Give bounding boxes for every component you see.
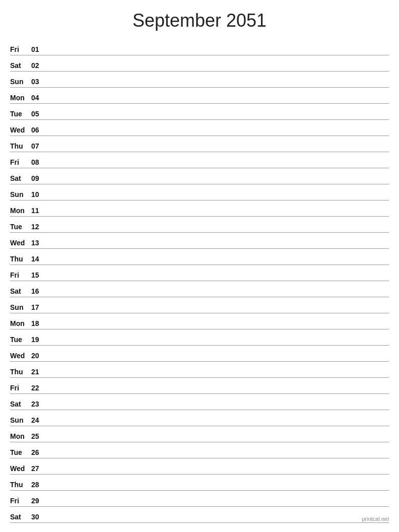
day-number: 27 xyxy=(31,464,46,473)
day-number: 03 xyxy=(31,78,46,86)
day-line xyxy=(46,166,389,166)
day-line xyxy=(46,327,389,327)
calendar-row: Wed13 xyxy=(10,233,389,249)
day-number: 12 xyxy=(31,223,46,231)
calendar-row: Sun03 xyxy=(10,72,389,88)
day-line xyxy=(46,150,389,150)
day-line xyxy=(46,262,389,263)
day-name: Sat xyxy=(10,174,31,182)
day-line xyxy=(46,440,389,440)
calendar-row: Mon04 xyxy=(10,88,389,104)
day-line xyxy=(46,101,389,102)
day-line xyxy=(46,295,389,295)
day-name: Wed xyxy=(10,464,31,473)
day-line xyxy=(46,375,389,376)
day-name: Fri xyxy=(10,384,31,392)
day-number: 29 xyxy=(31,497,46,505)
day-number: 02 xyxy=(31,61,46,70)
footer-text: printcal.net xyxy=(362,516,389,522)
day-name: Tue xyxy=(10,448,31,456)
day-name: Sun xyxy=(10,78,31,86)
day-number: 15 xyxy=(31,271,46,279)
day-line xyxy=(46,520,389,521)
calendar-row: Fri15 xyxy=(10,265,389,281)
day-number: 01 xyxy=(31,45,46,53)
calendar-row: Wed20 xyxy=(10,346,389,362)
calendar-row: Fri29 xyxy=(10,491,389,507)
day-number: 24 xyxy=(31,416,46,424)
day-name: Mon xyxy=(10,94,31,102)
day-name: Wed xyxy=(10,352,31,360)
calendar-row: Thu21 xyxy=(10,362,389,378)
day-number: 19 xyxy=(31,336,46,344)
calendar-row: Wed06 xyxy=(10,120,389,136)
calendar-row: Sun10 xyxy=(10,184,389,201)
day-name: Tue xyxy=(10,110,31,118)
day-name: Fri xyxy=(10,497,31,505)
day-number: 06 xyxy=(31,126,46,134)
calendar-row: Mon25 xyxy=(10,426,389,442)
day-name: Fri xyxy=(10,271,31,279)
calendar-row: Thu07 xyxy=(10,136,389,152)
day-line xyxy=(46,246,389,247)
day-name: Sat xyxy=(10,513,31,521)
day-number: 07 xyxy=(31,142,46,150)
calendar-row: Mon18 xyxy=(10,313,389,329)
day-number: 22 xyxy=(31,384,46,392)
day-line xyxy=(46,214,389,215)
day-number: 04 xyxy=(31,94,46,102)
day-number: 09 xyxy=(31,174,46,182)
day-number: 26 xyxy=(31,448,46,456)
day-line xyxy=(46,343,389,344)
day-name: Thu xyxy=(10,255,31,263)
day-number: 16 xyxy=(31,287,46,295)
day-number: 13 xyxy=(31,239,46,247)
day-name: Sat xyxy=(10,61,31,70)
day-line xyxy=(46,311,389,311)
calendar-row: Tue05 xyxy=(10,104,389,120)
day-name: Mon xyxy=(10,432,31,440)
day-name: Thu xyxy=(10,481,31,489)
day-line xyxy=(46,488,389,489)
calendar-row: Thu28 xyxy=(10,475,389,491)
day-name: Thu xyxy=(10,368,31,376)
calendar-row: Sat16 xyxy=(10,281,389,297)
day-name: Sun xyxy=(10,190,31,198)
calendar-row: Sat23 xyxy=(10,394,389,410)
day-line xyxy=(46,391,389,392)
day-number: 10 xyxy=(31,190,46,198)
day-line xyxy=(46,424,389,424)
calendar-row: Fri22 xyxy=(10,378,389,394)
day-line xyxy=(46,359,389,360)
day-line xyxy=(46,230,389,231)
day-line xyxy=(46,504,389,505)
day-line xyxy=(46,117,389,118)
day-name: Sun xyxy=(10,416,31,424)
day-number: 11 xyxy=(31,207,46,215)
day-name: Mon xyxy=(10,207,31,215)
day-line xyxy=(46,198,389,198)
calendar-row: Sat02 xyxy=(10,55,389,72)
calendar-row: Mon11 xyxy=(10,201,389,217)
day-name: Fri xyxy=(10,158,31,166)
calendar-row: Thu14 xyxy=(10,249,389,265)
calendar-row: Tue12 xyxy=(10,217,389,233)
day-number: 17 xyxy=(31,303,46,311)
day-number: 21 xyxy=(31,368,46,376)
day-number: 25 xyxy=(31,432,46,440)
day-name: Wed xyxy=(10,239,31,247)
day-line xyxy=(46,134,389,134)
day-number: 14 xyxy=(31,255,46,263)
calendar-row: Fri08 xyxy=(10,152,389,168)
day-name: Tue xyxy=(10,336,31,344)
day-line xyxy=(46,182,389,182)
day-name: Thu xyxy=(10,142,31,150)
day-name: Sun xyxy=(10,303,31,311)
day-line xyxy=(46,69,389,70)
day-name: Tue xyxy=(10,223,31,231)
day-number: 05 xyxy=(31,110,46,118)
day-line xyxy=(46,472,389,473)
day-number: 28 xyxy=(31,481,46,489)
day-number: 08 xyxy=(31,158,46,166)
day-name: Wed xyxy=(10,126,31,134)
